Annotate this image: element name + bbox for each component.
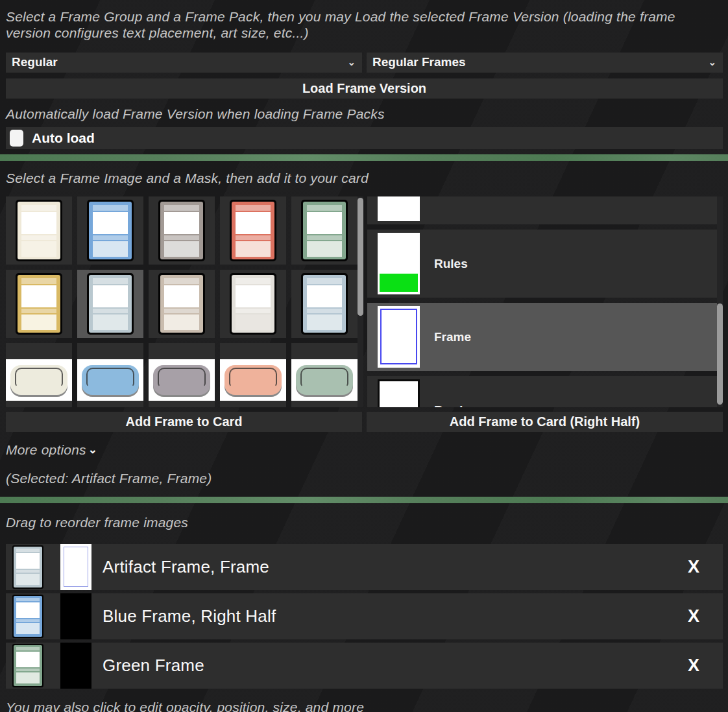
auto-load-checkbox[interactable] — [10, 130, 23, 147]
scrollbar-thumb[interactable] — [717, 303, 723, 405]
mask-thumb-icon — [60, 544, 91, 590]
add-frame-right-half-button[interactable]: Add Frame to Card (Right Half) — [367, 412, 723, 432]
pt-plate-thumb-blue[interactable] — [77, 343, 143, 407]
pt-plate-thumb-red[interactable] — [220, 343, 286, 407]
chevron-down-icon: ⌄ — [708, 59, 716, 65]
frame-thumb-red[interactable] — [220, 196, 286, 265]
frame-thumb-icon — [12, 644, 43, 687]
mask-thumb-icon — [378, 233, 420, 294]
frame-pack-value: Regular Frames — [372, 55, 466, 69]
card-frame-icon — [16, 200, 62, 261]
frame-thumb-blue[interactable] — [77, 196, 143, 265]
frame-group-value: Regular — [12, 55, 58, 69]
pt-plate-thumb-gray[interactable] — [149, 343, 215, 407]
card-frame-icon — [16, 273, 62, 335]
selected-frame-caption: (Selected: Artifact Frame, Frame) — [0, 471, 728, 487]
card-frame-icon — [158, 200, 205, 261]
mask-row-border[interactable]: Border — [367, 376, 723, 407]
scrollbar-thumb[interactable] — [358, 198, 363, 316]
mask-thumb-icon — [378, 196, 420, 221]
frame-version-instructions: Select a Frame Group and a Frame Pack, t… — [0, 0, 688, 42]
mask-row-art[interactable] — [367, 196, 723, 224]
frame-thumb-green[interactable] — [291, 196, 358, 265]
mask-list-scrollbar[interactable] — [717, 196, 723, 407]
frame-thumb-colorless[interactable] — [220, 270, 286, 338]
pt-plate-thumb-white[interactable] — [6, 343, 72, 407]
reorder-row-green-frame[interactable]: Green Frame X — [6, 643, 723, 689]
chevron-down-icon: ⌄ — [347, 59, 356, 65]
frame-thumb-artifact[interactable] — [77, 270, 143, 338]
pt-plate-icon — [291, 359, 358, 401]
remove-frame-button[interactable]: X — [688, 557, 699, 577]
mask-list: Rules Frame Border — [367, 196, 723, 407]
frame-group-select[interactable]: Regular ⌄ — [6, 53, 362, 73]
card-frame-icon — [87, 273, 134, 335]
mask-label: Border — [434, 403, 474, 408]
reorder-item-label: Blue Frame, Right Half — [103, 606, 276, 626]
frame-image-instructions: Select a Frame Image and a Mask, then ad… — [0, 171, 728, 187]
frame-grid — [6, 196, 357, 407]
card-frame-icon — [87, 200, 134, 261]
mask-row-rules[interactable]: Rules — [367, 230, 723, 298]
frame-thumb-icon — [12, 595, 43, 638]
chevron-down-icon: ⌄ — [88, 447, 97, 453]
card-frame-icon — [301, 273, 348, 335]
frame-thumb-gold[interactable] — [6, 270, 72, 338]
card-frame-icon — [230, 273, 276, 335]
edit-hint-note: You may also click to edit opacity, posi… — [0, 700, 728, 712]
frame-pack-select[interactable]: Regular Frames ⌄ — [367, 53, 723, 73]
frame-thumb-multicolor[interactable] — [291, 270, 358, 338]
pt-plate-icon — [149, 359, 215, 401]
more-options-toggle[interactable]: More options ⌄ — [0, 442, 728, 458]
frame-thumb-white[interactable] — [6, 196, 72, 265]
add-frame-buttons: Add Frame to Card Add Frame to Card (Rig… — [0, 412, 728, 432]
frame-and-mask-picker: Rules Frame Border — [0, 196, 728, 407]
frame-list-scrollbar[interactable] — [358, 196, 363, 407]
auto-load-label: Auto load — [32, 130, 95, 146]
card-frame-icon — [301, 200, 348, 261]
reorder-instructions: Drag to reorder frame images — [0, 515, 728, 531]
mask-thumb-icon — [60, 593, 91, 639]
frame-selects-row: Regular ⌄ Regular Frames ⌄ — [0, 53, 728, 73]
more-options-label: More options — [6, 442, 86, 458]
reorder-item-label: Green Frame — [103, 656, 204, 676]
mask-row-frame[interactable]: Frame — [367, 303, 723, 371]
mask-label: Frame — [434, 330, 471, 344]
frame-image-list — [6, 196, 363, 407]
reorder-row-artifact-frame[interactable]: Artifact Frame, Frame X — [6, 544, 723, 590]
frame-thumb-icon — [12, 545, 43, 589]
remove-frame-button[interactable]: X — [688, 656, 699, 676]
reorder-item-label: Artifact Frame, Frame — [103, 557, 269, 577]
auto-load-note: Automatically load Frame Version when lo… — [0, 106, 728, 123]
section-divider — [0, 154, 728, 161]
reorder-row-blue-frame[interactable]: Blue Frame, Right Half X — [6, 593, 723, 639]
frame-thumb-gray[interactable] — [149, 196, 215, 265]
pt-plate-thumb-green[interactable] — [291, 343, 358, 407]
add-frame-to-card-button[interactable]: Add Frame to Card — [6, 412, 362, 432]
mask-thumb-icon — [60, 643, 91, 689]
auto-load-row[interactable]: Auto load — [6, 127, 723, 149]
card-frame-icon — [230, 200, 276, 261]
pt-plate-icon — [220, 359, 286, 401]
remove-frame-button[interactable]: X — [688, 606, 699, 626]
load-frame-version-button[interactable]: Load Frame Version — [6, 78, 723, 99]
mask-thumb-icon — [378, 306, 420, 368]
frame-thumb-beige[interactable] — [149, 270, 215, 338]
pt-plate-icon — [6, 359, 72, 401]
card-frame-icon — [158, 273, 205, 335]
mask-thumb-icon — [378, 379, 420, 407]
pt-plate-icon — [77, 359, 143, 401]
section-divider — [0, 497, 728, 503]
mask-label: Rules — [434, 257, 468, 271]
